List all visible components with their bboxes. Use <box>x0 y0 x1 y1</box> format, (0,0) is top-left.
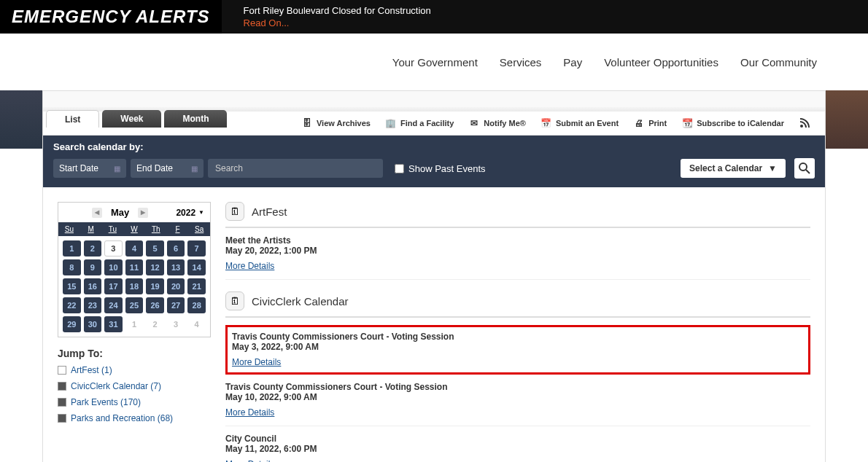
year-selector[interactable]: 2022 ▼ <box>176 208 204 218</box>
alert-title: EMERGENCY ALERTS <box>0 0 222 34</box>
mini-cal-day[interactable]: 12 <box>146 259 164 275</box>
submit-event-button[interactable]: 📅 Submit an Event <box>540 117 619 129</box>
mini-cal-day[interactable]: 16 <box>84 278 102 294</box>
tab-week[interactable]: Week <box>102 110 161 128</box>
event-title[interactable]: Travis County Commissioners Court - Voti… <box>232 332 804 342</box>
mini-cal-day[interactable]: 14 <box>187 259 206 275</box>
event-date: May 3, 2022, 9:00 AM <box>232 342 804 352</box>
nav-pay[interactable]: Pay <box>563 56 582 68</box>
jump-to-label: CivicClerk Calendar (7) <box>71 381 161 391</box>
jump-to-section: Jump To: ArtFest (1)CivicClerk Calendar … <box>58 348 211 423</box>
start-date-placeholder: Start Date <box>59 163 98 173</box>
mini-cal-day-header: SuMTuWThFSa <box>58 222 210 236</box>
mini-cal-day[interactable]: 24 <box>104 297 123 313</box>
mini-cal-day-name: Sa <box>188 222 210 236</box>
magnifier-icon <box>798 162 811 175</box>
printer-icon: 🖨 <box>633 117 645 129</box>
bg-decoration-left <box>0 90 42 149</box>
mini-cal-day[interactable]: 22 <box>63 297 81 313</box>
mini-cal-day[interactable]: 9 <box>84 259 102 275</box>
mini-cal-day[interactable]: 21 <box>187 278 206 294</box>
event-section-header: 🗓ArtFest <box>225 202 810 228</box>
more-details-link[interactable]: More Details <box>225 407 274 418</box>
jump-to-item[interactable]: ArtFest (1) <box>58 365 211 375</box>
mini-cal-day[interactable]: 19 <box>146 278 164 294</box>
mini-cal-day[interactable]: 31 <box>104 316 123 332</box>
nav-our-community[interactable]: Our Community <box>740 56 817 68</box>
nav-services[interactable]: Services <box>500 56 542 68</box>
subscribe-icalendar-button[interactable]: 📆 Subscribe to iCalendar <box>681 117 784 129</box>
mini-cal-day[interactable]: 15 <box>63 278 81 294</box>
show-past-events-checkbox[interactable]: Show Past Events <box>395 163 486 174</box>
more-details-link[interactable]: More Details <box>225 261 274 271</box>
mini-cal-day[interactable]: 27 <box>167 297 185 313</box>
tab-list[interactable]: List <box>46 110 99 128</box>
mini-cal-day[interactable]: 29 <box>63 316 81 332</box>
mini-cal-day[interactable]: 1 <box>125 316 144 332</box>
mini-cal-day[interactable]: 23 <box>84 297 102 313</box>
mini-cal-day[interactable]: 4 <box>187 316 206 332</box>
mini-cal-day[interactable]: 3 <box>167 316 185 332</box>
mini-cal-day[interactable]: 26 <box>146 297 164 313</box>
svg-line-2 <box>806 170 810 173</box>
end-date-input[interactable]: End Date ▦ <box>131 159 204 178</box>
mini-cal-day[interactable]: 10 <box>104 259 123 275</box>
alert-content: Fort Riley Boulevard Closed for Construc… <box>222 5 431 28</box>
tab-month[interactable]: Month <box>164 110 227 128</box>
mini-cal-day[interactable]: 20 <box>167 278 185 294</box>
archive-icon: 🗄 <box>301 117 313 129</box>
more-details-link[interactable]: More Details <box>232 357 281 367</box>
mini-cal-day[interactable]: 17 <box>104 278 123 294</box>
mini-cal-day[interactable]: 4 <box>125 240 144 257</box>
prev-month-arrow[interactable]: ◀ <box>92 208 102 218</box>
alert-read-more-link[interactable]: Read On... <box>244 17 431 28</box>
event-title[interactable]: City Council <box>225 434 810 444</box>
mini-cal-day[interactable]: 18 <box>125 278 144 294</box>
jump-to-item[interactable]: Park Events (170) <box>58 397 211 407</box>
mini-cal-day[interactable]: 8 <box>63 259 81 275</box>
calendar-add-icon: 📅 <box>540 117 552 129</box>
nav-volunteer[interactable]: Volunteer Opportunities <box>604 56 718 68</box>
mini-cal-day[interactable]: 5 <box>146 240 164 257</box>
search-button[interactable] <box>794 158 815 179</box>
search-input[interactable] <box>208 159 383 178</box>
mini-cal-day[interactable]: 11 <box>125 259 144 275</box>
calendar-picker-icon: ▦ <box>114 165 120 173</box>
mini-cal-day[interactable]: 1 <box>63 240 81 257</box>
search-bar: Search calendar by: Start Date ▦ End Dat… <box>43 136 825 187</box>
rss-button[interactable] <box>799 117 810 129</box>
mini-cal-day[interactable]: 3 <box>104 240 123 257</box>
select-calendar-dropdown[interactable]: Select a Calendar ▼ <box>681 159 786 178</box>
nav-your-government[interactable]: Your Government <box>392 56 478 68</box>
mini-cal-day-name: Th <box>145 222 167 236</box>
find-facility-button[interactable]: 🏢 Find a Facility <box>385 117 454 129</box>
start-date-input[interactable]: Start Date ▦ <box>53 159 126 178</box>
view-archives-button[interactable]: 🗄 View Archives <box>301 117 371 129</box>
mini-cal-day[interactable]: 28 <box>187 297 206 313</box>
next-month-arrow[interactable]: ▶ <box>138 208 148 218</box>
mini-cal-day[interactable]: 30 <box>84 316 102 332</box>
category-box-icon <box>58 414 66 423</box>
mini-cal-day[interactable]: 6 <box>167 240 185 257</box>
search-label: Search calendar by: <box>53 141 815 152</box>
jump-to-item[interactable]: CivicClerk Calendar (7) <box>58 381 211 391</box>
svg-point-1 <box>799 163 807 171</box>
more-details-link[interactable]: More Details <box>225 459 274 462</box>
mini-cal-day[interactable]: 25 <box>125 297 144 313</box>
jump-to-item[interactable]: Parks and Recreation (68) <box>58 413 211 423</box>
show-past-label: Show Past Events <box>408 163 486 174</box>
mini-cal-day[interactable]: 13 <box>167 259 185 275</box>
jump-to-label: Park Events (170) <box>71 397 141 407</box>
notify-me-button[interactable]: ✉ Notify Me® <box>468 117 526 129</box>
print-button[interactable]: 🖨 Print <box>633 117 667 129</box>
toolbar-label: Subscribe to iCalendar <box>697 119 784 128</box>
mini-cal-day[interactable]: 7 <box>187 240 206 257</box>
mini-cal-day[interactable]: 2 <box>84 240 102 257</box>
event-section: 🗓ArtFestMeet the ArtistsMay 20, 2022, 1:… <box>225 202 810 280</box>
past-events-checkbox[interactable] <box>395 164 404 173</box>
event-title[interactable]: Travis County Commissioners Court - Voti… <box>225 382 810 392</box>
emergency-alert-bar: EMERGENCY ALERTS Fort Riley Boulevard Cl… <box>0 0 868 34</box>
mini-cal-day[interactable]: 2 <box>146 316 164 332</box>
event-title[interactable]: Meet the Artists <box>225 235 810 246</box>
toolbar-label: Find a Facility <box>400 119 454 128</box>
